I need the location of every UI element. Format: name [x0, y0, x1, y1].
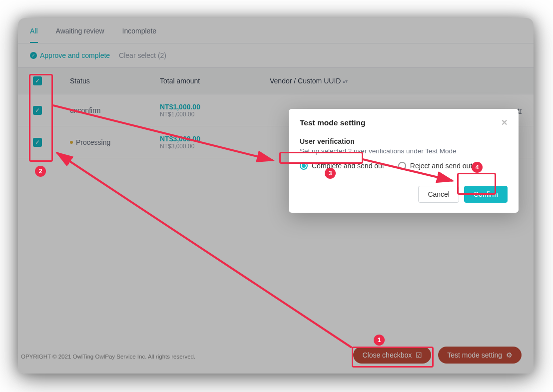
modal-section-title: User verification	[300, 137, 508, 145]
test-mode-label: Test mode setting	[447, 351, 502, 359]
svg-line-1	[363, 159, 453, 181]
header-vendor-label: Vendor / Custom UUID	[270, 77, 341, 85]
check-circle-icon: ✓	[30, 52, 37, 59]
annotation-marker-1: 1	[374, 335, 385, 346]
sliders-icon: ⚙	[506, 351, 513, 359]
annotation-box-radio	[279, 152, 363, 164]
svg-line-2	[57, 153, 352, 348]
annotation-marker-4: 4	[472, 162, 483, 173]
sort-icon: ▴▾	[343, 78, 348, 84]
header-amount: Total amount	[160, 77, 270, 85]
test-mode-setting-button[interactable]: Test mode setting ⚙	[438, 347, 522, 364]
annotation-marker-2: 2	[35, 166, 46, 177]
annotation-box-close-checkbox	[352, 347, 434, 368]
action-bar: ✓ Approve and complete Clear select (2)	[18, 43, 534, 67]
cancel-button[interactable]: Cancel	[418, 186, 459, 203]
annotation-box-confirm	[457, 173, 496, 195]
tab-awaiting-review[interactable]: Awaiting review	[56, 27, 104, 43]
annotation-marker-3: 3	[325, 168, 336, 179]
header-status: Status	[70, 77, 160, 85]
header-vendor[interactable]: Vendor / Custom UUID ▴▾	[270, 77, 522, 85]
annotation-arrow-icon	[363, 157, 463, 187]
approve-and-complete-button[interactable]: ✓ Approve and complete	[30, 51, 110, 59]
tab-all[interactable]: All	[30, 27, 38, 43]
annotation-box-checkboxes	[29, 74, 53, 162]
table-header: ✓ Status Total amount Vendor / Custom UU…	[18, 67, 534, 94]
modal-title: Test mode setting	[300, 118, 365, 127]
clear-select-button[interactable]: Clear select (2)	[119, 51, 166, 59]
annotation-arrow-icon	[52, 148, 362, 358]
close-icon[interactable]: ✕	[501, 118, 508, 127]
approve-label: Approve and complete	[40, 51, 110, 59]
tab-bar: All Awaiting review Incomplete	[18, 18, 534, 43]
tab-incomplete[interactable]: Incomplete	[122, 27, 156, 43]
